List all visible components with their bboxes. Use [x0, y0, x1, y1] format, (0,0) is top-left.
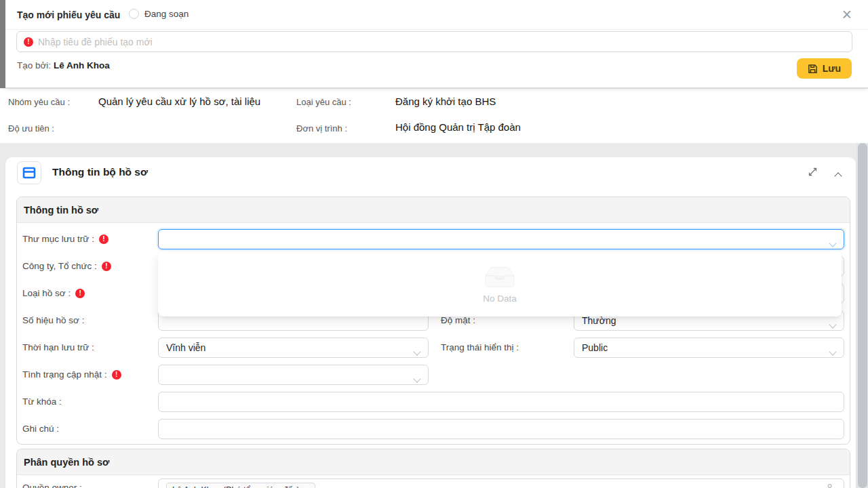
- note-input[interactable]: [158, 419, 844, 439]
- owner-label: Quyền owner :: [22, 483, 82, 488]
- radio-unchecked-icon[interactable]: [129, 9, 139, 19]
- create-request-modal: Tạo mới phiếu yêu cầu Đang soạn × ! Nhập…: [0, 0, 868, 488]
- chevron-down-icon: [830, 319, 835, 329]
- save-button[interactable]: Lưu: [797, 58, 852, 79]
- note-label: Ghi chú :: [22, 424, 59, 434]
- update-status-label: Tình trạng cập nhật : !: [22, 369, 121, 380]
- request-summary: Nhóm yêu cầu : Quản lý yêu cầu xử lý hồ …: [0, 89, 868, 143]
- save-button-label: Lưu: [823, 63, 841, 74]
- owner-tag[interactable]: Lê Anh Khoa (Phó tổng giám đốc) ×: [166, 483, 315, 488]
- type-label: Loại yêu cầu :: [296, 97, 351, 107]
- display-status-select[interactable]: Public: [574, 338, 844, 358]
- required-icon: !: [75, 289, 85, 298]
- chevron-down-icon: [414, 373, 420, 384]
- collapse-icon[interactable]: [835, 169, 841, 182]
- dossier-panel-icon: [22, 167, 36, 179]
- secrecy-value: Thường: [582, 315, 616, 326]
- info-panel-title: Thông tin hồ sơ: [24, 205, 98, 216]
- note-label-text: Ghi chú :: [22, 424, 59, 434]
- required-icon: !: [112, 370, 121, 380]
- dossier-icon-box: [17, 161, 41, 184]
- owner-label-text: Quyền owner :: [22, 483, 82, 488]
- secrecy-label: Độ mật :: [441, 315, 475, 325]
- title-input-placeholder: Nhập tiêu đề phiếu tạo mới: [38, 37, 153, 47]
- folder-select-dropdown: No Data: [158, 252, 842, 317]
- folder-label-text: Thư mục lưu trữ :: [22, 234, 94, 244]
- type-value: Đăng ký khởi tạo BHS: [395, 96, 496, 107]
- chevron-down-icon: [830, 237, 835, 248]
- retention-value: Vĩnh viễn: [166, 342, 205, 353]
- save-icon: [808, 64, 818, 74]
- close-icon[interactable]: ×: [842, 4, 852, 24]
- unit-value: Hội đồng Quản trị Tập đoàn: [395, 121, 521, 133]
- permission-panel-title: Phân quyền hồ sơ: [24, 457, 109, 468]
- required-icon: !: [99, 235, 108, 244]
- keyword-input[interactable]: [158, 392, 844, 412]
- no-data-text: No Data: [483, 293, 517, 304]
- group-value: Quản lý yêu cầu xử lý hồ sơ, tài liệu: [98, 96, 260, 107]
- display-status-label: Trạng thái hiển thị :: [441, 342, 519, 352]
- title-input[interactable]: ! Nhập tiêu đề phiếu tạo mới: [16, 31, 852, 52]
- dossier-card-header: Thông tin bộ hồ sơ: [5, 157, 856, 188]
- dossier-card: Thông tin bộ hồ sơ Thông tin hồ sơ Thư m…: [5, 157, 856, 488]
- doc-type-label-text: Loại hồ sơ :: [22, 288, 71, 298]
- user-icon: [825, 483, 834, 488]
- update-status-label-text: Tình trạng cập nhật :: [22, 369, 107, 380]
- required-icon: !: [102, 262, 111, 271]
- display-status-value: Public: [582, 342, 608, 353]
- modal-title-row: Tạo mới phiếu yêu cầu Đang soạn ×: [5, 0, 868, 30]
- owner-field[interactable]: Lê Anh Khoa (Phó tổng giám đốc) ×: [158, 479, 844, 488]
- status-radio-group[interactable]: Đang soạn: [129, 9, 189, 19]
- expand-icon[interactable]: [808, 167, 818, 180]
- doc-type-label: Loại hồ sơ : !: [22, 288, 85, 298]
- display-status-label-text: Trạng thái hiển thị :: [441, 342, 519, 352]
- status-radio-label: Đang soạn: [144, 9, 189, 19]
- folder-select[interactable]: [158, 229, 844, 249]
- permission-panel-header: Phân quyền hồ sơ: [17, 449, 850, 475]
- secrecy-label-text: Độ mật :: [441, 315, 475, 325]
- scrollbar-thumb[interactable]: [858, 143, 867, 488]
- keyword-label-text: Từ khóa :: [22, 396, 62, 407]
- priority-label: Độ ưu tiên :: [8, 123, 54, 134]
- organization-label: Công ty, Tổ chức : !: [22, 261, 111, 271]
- keyword-label: Từ khóa :: [22, 396, 62, 407]
- created-by-label: Tạo bởi:: [17, 60, 51, 70]
- overlay-edge: [0, 0, 5, 88]
- remove-tag-icon[interactable]: ×: [304, 485, 310, 488]
- modal-header: Tạo mới phiếu yêu cầu Đang soạn × ! Nhập…: [5, 0, 868, 88]
- folder-label: Thư mục lưu trữ : !: [22, 234, 108, 244]
- chevron-down-icon: [830, 346, 835, 357]
- group-label: Nhóm yêu cầu :: [8, 97, 70, 107]
- unit-label: Đơn vị trình :: [296, 123, 347, 134]
- retention-label-text: Thời hạn lưu trữ :: [22, 342, 94, 352]
- update-status-select[interactable]: [158, 365, 429, 385]
- empty-box-icon: [482, 265, 517, 288]
- owner-tag-label: Lê Anh Khoa (Phó tổng giám đốc): [172, 485, 300, 488]
- info-panel-header: Thông tin hồ sơ: [17, 197, 850, 223]
- organization-label-text: Công ty, Tổ chức :: [22, 261, 97, 271]
- dossier-number-label: Số hiệu hồ sơ :: [22, 315, 84, 325]
- scrollbar-track[interactable]: [856, 143, 868, 488]
- created-by: Tạo bởi: Lê Anh Khoa: [17, 60, 110, 70]
- dossier-number-label-text: Số hiệu hồ sơ :: [22, 315, 84, 325]
- required-icon: !: [24, 37, 33, 47]
- created-by-name: Lê Anh Khoa: [54, 60, 110, 70]
- chevron-down-icon: [414, 346, 420, 357]
- dossier-card-title: Thông tin bộ hồ sơ: [52, 166, 148, 178]
- modal-title: Tạo mới phiếu yêu cầu: [17, 9, 120, 20]
- retention-label: Thời hạn lưu trữ :: [22, 342, 94, 352]
- retention-select[interactable]: Vĩnh viễn: [158, 338, 429, 358]
